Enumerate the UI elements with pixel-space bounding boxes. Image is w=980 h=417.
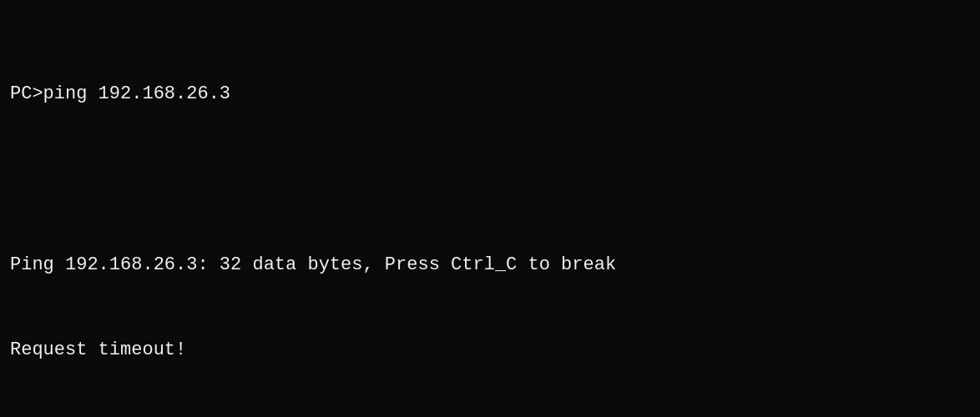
command-line: PC>ping 192.168.26.3 — [10, 80, 963, 108]
terminal-window: PC>ping 192.168.26.3 Ping 192.168.26.3: … — [0, 0, 980, 417]
ping-header-line: Ping 192.168.26.3: 32 data bytes, Press … — [10, 251, 963, 279]
blank-line-1 — [10, 165, 963, 193]
timeout-line-1: Request timeout! — [10, 336, 963, 364]
